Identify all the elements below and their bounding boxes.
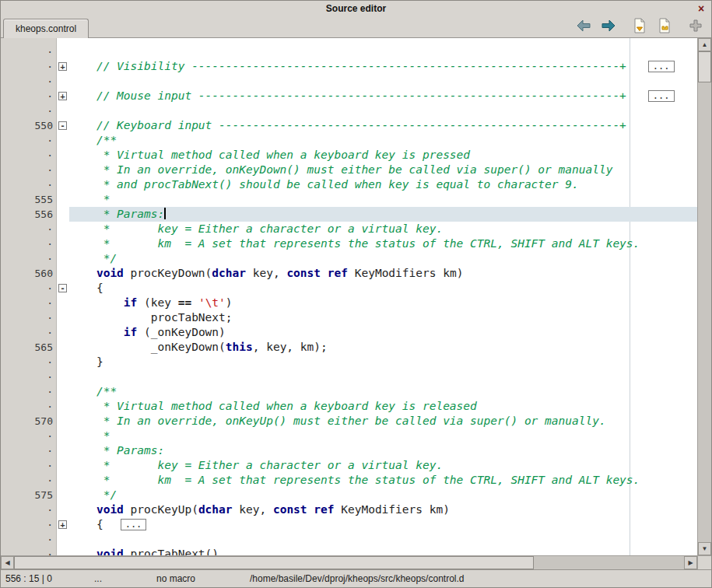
code-line[interactable]: · procTabNext; bbox=[1, 310, 697, 325]
code-line[interactable]: · void procKeyUp(dchar key, const ref Ke… bbox=[1, 502, 697, 517]
go-forward-button[interactable] bbox=[599, 18, 618, 37]
code-text[interactable]: * Virtual method called when a keyboard … bbox=[69, 148, 697, 163]
line-number: · bbox=[1, 251, 57, 266]
code-text[interactable]: * km = A set that represents the status … bbox=[69, 473, 697, 488]
code-line[interactable]: · * key = Either a character or a virtua… bbox=[1, 458, 697, 473]
plain-text: procKeyDown( bbox=[124, 267, 212, 279]
fold-toggle-icon[interactable]: - bbox=[58, 121, 67, 130]
fold-toggle-icon[interactable]: + bbox=[58, 520, 67, 529]
document-button[interactable] bbox=[630, 18, 649, 37]
tab-kheops-control[interactable]: kheops.control bbox=[3, 19, 89, 38]
code-text[interactable]: */ bbox=[69, 488, 697, 502]
code-text[interactable]: _onKeyDown(this, key, km); bbox=[69, 340, 697, 355]
code-text[interactable]: /** bbox=[69, 384, 697, 399]
code-line[interactable]: · } bbox=[1, 355, 697, 369]
fold-toggle-icon[interactable]: + bbox=[58, 62, 67, 71]
code-line[interactable]: · * bbox=[1, 429, 697, 443]
code-text[interactable]: {... bbox=[69, 517, 697, 532]
code-line[interactable]: · bbox=[1, 44, 697, 59]
code-text[interactable]: { bbox=[69, 281, 697, 296]
code-text[interactable]: * bbox=[69, 429, 697, 443]
code-text[interactable]: void procKeyDown(dchar key, const ref Ke… bbox=[69, 266, 697, 281]
code-text[interactable]: if (_onKeyDown) bbox=[69, 325, 697, 340]
code-text[interactable]: * In an override, onKeyDown() must eithe… bbox=[69, 163, 697, 177]
code-text[interactable]: // Keyboard input ----------------------… bbox=[69, 118, 697, 133]
code-text[interactable]: * Virtual method called when a keyboard … bbox=[69, 399, 697, 414]
code-text[interactable]: // Visibility --------------------------… bbox=[69, 59, 697, 74]
code-line[interactable]: · /** bbox=[1, 133, 697, 148]
code-text[interactable]: procTabNext; bbox=[69, 310, 697, 325]
code-text[interactable]: void procTabNext() bbox=[69, 547, 697, 555]
code-line[interactable]: 560 void procKeyDown(dchar key, const re… bbox=[1, 266, 697, 281]
code-text[interactable] bbox=[69, 103, 697, 118]
code-text[interactable]: * and procTabNext() should be called whe… bbox=[69, 177, 697, 192]
collapsed-fold-box[interactable]: ... bbox=[648, 61, 675, 72]
code-text[interactable] bbox=[69, 532, 697, 547]
vertical-scrollbar-thumb[interactable] bbox=[698, 51, 711, 82]
code-line[interactable]: · * key = Either a character or a virtua… bbox=[1, 222, 697, 236]
code-text[interactable]: * In an override, onKeyUp() must either … bbox=[69, 414, 697, 429]
scroll-down-icon[interactable]: ▼ bbox=[698, 542, 711, 555]
code-text[interactable] bbox=[69, 369, 697, 384]
code-text[interactable]: * key = Either a character or a virtual … bbox=[69, 222, 697, 236]
code-line[interactable]: ·+ // Mouse input ----------------------… bbox=[1, 89, 697, 103]
code-text[interactable] bbox=[69, 74, 697, 89]
code-text[interactable]: /** bbox=[69, 133, 697, 148]
plain-text: _onKeyDown( bbox=[69, 341, 226, 353]
code-line[interactable]: · bbox=[1, 369, 697, 384]
code-line[interactable]: · * Virtual method called when a keyboar… bbox=[1, 399, 697, 414]
code-line[interactable]: 550- // Keyboard input -----------------… bbox=[1, 118, 697, 133]
code-line[interactable]: · * Params: bbox=[1, 443, 697, 458]
scroll-right-icon[interactable]: ▶ bbox=[684, 556, 697, 569]
code-line[interactable]: · * In an override, onKeyDown() must eit… bbox=[1, 163, 697, 177]
code-text[interactable] bbox=[69, 44, 697, 59]
code-line[interactable]: · * Virtual method called when a keyboar… bbox=[1, 148, 697, 163]
code-line[interactable]: 575 */ bbox=[1, 488, 697, 502]
code-text[interactable]: if (key == '\t') bbox=[69, 296, 697, 310]
code-line[interactable]: · */ bbox=[1, 251, 697, 266]
horizontal-scrollbar-thumb[interactable] bbox=[14, 556, 534, 569]
fold-toggle-icon[interactable]: + bbox=[58, 92, 67, 100]
code-line[interactable]: 565 _onKeyDown(this, key, km); bbox=[1, 340, 697, 355]
close-icon[interactable]: × bbox=[695, 2, 707, 15]
fold-toggle-icon[interactable]: - bbox=[58, 284, 67, 292]
code-line[interactable]: 556 * Params: bbox=[1, 207, 697, 222]
code-text[interactable]: } bbox=[69, 355, 697, 369]
code-line[interactable]: · * km = A set that represents the statu… bbox=[1, 236, 697, 251]
code-line[interactable]: · * km = A set that represents the statu… bbox=[1, 473, 697, 488]
horizontal-scrollbar[interactable]: ◀ ▶ bbox=[1, 555, 697, 569]
code-line[interactable]: 570 * In an override, onKeyUp() must eit… bbox=[1, 414, 697, 429]
macro-state-indicator: no macro bbox=[156, 573, 195, 584]
code-editor[interactable]: ··+ // Visibility ----------------------… bbox=[1, 38, 697, 555]
code-text[interactable]: void procKeyUp(dchar key, const ref KeyM… bbox=[69, 502, 697, 517]
code-text[interactable]: // Mouse input -------------------------… bbox=[69, 89, 697, 103]
code-line[interactable]: · * and procTabNext() should be called w… bbox=[1, 177, 697, 192]
code-line[interactable]: · bbox=[1, 74, 697, 89]
code-line[interactable]: ·- { bbox=[1, 281, 697, 296]
code-line[interactable]: · if (_onKeyDown) bbox=[1, 325, 697, 340]
collapsed-fold-box[interactable]: ... bbox=[648, 90, 675, 102]
collapsed-fold-box[interactable]: ... bbox=[121, 519, 147, 530]
code-text[interactable]: * key = Either a character or a virtual … bbox=[69, 458, 697, 473]
scroll-up-icon[interactable]: ▲ bbox=[698, 38, 711, 51]
code-text[interactable]: * Params: bbox=[69, 443, 697, 458]
document-save-button[interactable] bbox=[655, 18, 674, 37]
code-text[interactable]: * bbox=[69, 192, 697, 207]
code-line[interactable]: 555 * bbox=[1, 192, 697, 207]
code-text[interactable]: * Params: bbox=[69, 207, 697, 222]
code-line[interactable]: · /** bbox=[1, 384, 697, 399]
detach-button[interactable] bbox=[686, 18, 705, 37]
scroll-left-icon[interactable]: ◀ bbox=[1, 556, 14, 569]
keyword-text: dchar bbox=[198, 503, 233, 516]
go-back-button[interactable] bbox=[574, 18, 593, 37]
vertical-scrollbar[interactable]: ▲ ▼ bbox=[697, 38, 711, 555]
titlebar: Source editor × bbox=[1, 1, 711, 16]
code-line[interactable]: · if (key == '\t') bbox=[1, 296, 697, 310]
code-line[interactable]: ·+ // Visibility -----------------------… bbox=[1, 59, 697, 74]
code-line[interactable]: · bbox=[1, 532, 697, 547]
code-line[interactable]: · bbox=[1, 103, 697, 118]
code-text[interactable]: * km = A set that represents the status … bbox=[69, 236, 697, 251]
code-line[interactable]: · void procTabNext() bbox=[1, 547, 697, 555]
code-line[interactable]: ·+ {... bbox=[1, 517, 697, 532]
code-text[interactable]: */ bbox=[69, 251, 697, 266]
